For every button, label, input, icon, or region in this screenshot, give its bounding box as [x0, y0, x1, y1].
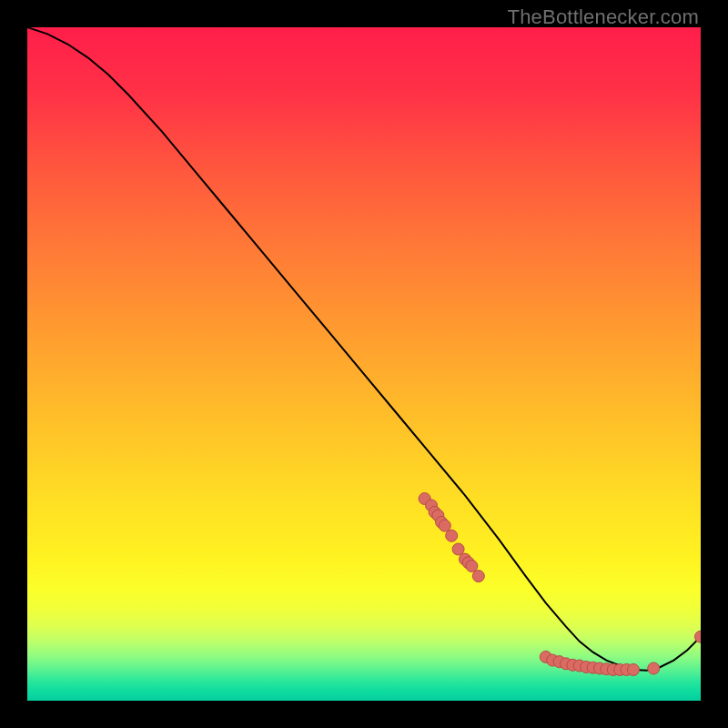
watermark-text: TheBottlenecker.com — [508, 5, 699, 29]
data-point — [466, 561, 478, 572]
chart-frame: TheBottlenecker.com — [0, 0, 728, 728]
data-point — [439, 520, 450, 531]
bottleneck-curve — [27, 27, 701, 671]
data-point — [472, 571, 484, 582]
data-point — [628, 663, 640, 675]
data-point — [452, 543, 464, 555]
data-markers — [419, 493, 701, 676]
data-point — [648, 662, 660, 674]
plot-area — [27, 27, 701, 701]
data-point — [446, 530, 458, 541]
chart-overlay — [27, 27, 701, 701]
